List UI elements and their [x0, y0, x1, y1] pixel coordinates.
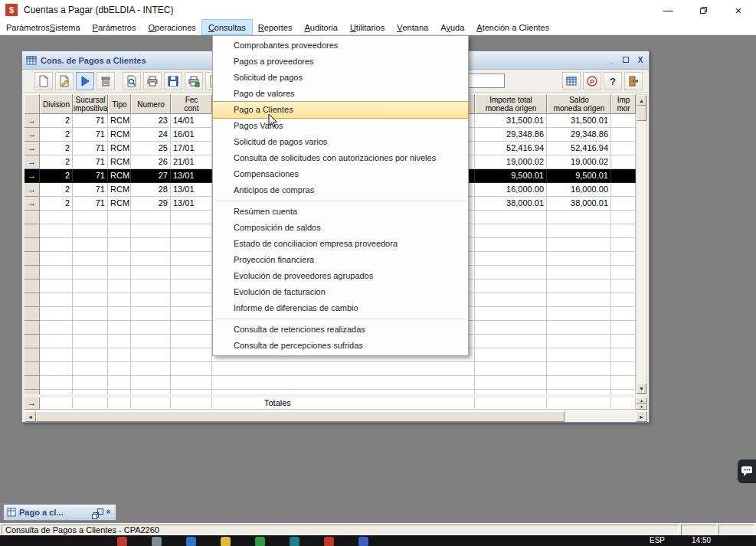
grid-horizontal-scrollbar[interactable]: ◄ ►	[25, 410, 647, 422]
grid-cell[interactable]: 2	[40, 169, 73, 183]
grid-cell[interactable]: RCM	[108, 183, 131, 197]
menu-item-consulta-de-retenciones-realizadas[interactable]: Consulta de retenciones realizadas	[213, 322, 468, 338]
grid-cell[interactable]: 28	[131, 183, 171, 197]
grid-cell[interactable]: 71	[73, 155, 108, 169]
delete-button[interactable]	[97, 72, 115, 90]
close-button[interactable]: ×	[721, 0, 756, 20]
taskbar-app-icon[interactable]	[186, 537, 196, 546]
menu-item-evolucion-de-facturacion[interactable]: Evolución de facturacion	[213, 284, 468, 300]
menu-item-consulta-de-percepciones-sufridas[interactable]: Consulta de percepciones sufridas	[213, 338, 468, 354]
grid-cell[interactable]: 2	[40, 128, 73, 142]
taskbar-app-icon[interactable]	[117, 537, 127, 546]
grid-cell[interactable]: 71	[73, 183, 108, 197]
grid-cell[interactable]: 16,000.00	[475, 183, 547, 197]
grid-header-cell[interactable]: Tipo	[108, 94, 131, 114]
taskbar-app-icon[interactable]	[324, 537, 334, 546]
grid-cell[interactable]: RCM	[108, 155, 131, 169]
grid-header-cell[interactable]: Importe total moneda origen	[475, 94, 547, 114]
menu-item-evolucion-de-proveedores-agrupados[interactable]: Evolución de proveedores agrupados	[213, 268, 468, 284]
menu-item-proyeccion-financiera[interactable]: Proyección financiera	[213, 252, 468, 268]
menu-consultas[interactable]: Consultas	[202, 20, 252, 34]
grid-cell[interactable]: 27	[131, 169, 171, 183]
grid-cell[interactable]: RCM	[108, 197, 131, 211]
grid-cell[interactable]: 16/01	[171, 128, 212, 142]
vertical-scroll-thumb[interactable]	[637, 106, 646, 121]
menu-item-informe-de-diferencias-de-cambio[interactable]: Informe de diferencias de cambio	[213, 300, 468, 316]
grid-cell[interactable]: 52,416.94	[475, 142, 547, 155]
grid-cell[interactable]: 26	[131, 155, 171, 169]
menu-parametros[interactable]: Parámetros	[87, 20, 142, 34]
taskbar-app-icon[interactable]	[358, 537, 368, 546]
preview-button[interactable]	[123, 72, 141, 90]
grid-header-cell[interactable]: Division	[40, 94, 73, 114]
child-maximize-button[interactable]	[621, 56, 630, 65]
menu-ventana[interactable]: Ventana	[391, 20, 434, 34]
grid-cell[interactable]: 14/01	[171, 114, 212, 128]
exit-button[interactable]	[624, 72, 643, 90]
minimized-child-window[interactable]: Pago a cl... ×	[3, 504, 116, 521]
grid-header-cell[interactable]	[25, 94, 40, 114]
grid-cell[interactable]: 21/01	[171, 155, 212, 169]
grid-cell[interactable]	[611, 155, 636, 169]
menu-item-solicitud-de-pagos[interactable]: Solicitud de pagos	[213, 70, 468, 86]
menu-atencion-a-clientes[interactable]: Atención a Clientes	[470, 20, 555, 34]
grid-cell[interactable]: 52,416.94	[547, 142, 611, 155]
chat-overlay-button[interactable]	[738, 459, 756, 483]
edit-button[interactable]	[55, 72, 74, 90]
grid-cell[interactable]: RCM	[108, 142, 131, 155]
grid-cell[interactable]: RCM	[108, 169, 131, 183]
grid-cell[interactable]: 13/01	[171, 183, 212, 197]
spin-up-icon[interactable]: ▲	[636, 397, 647, 404]
grid-cell[interactable]: 25	[131, 142, 171, 155]
menu-item-composicion-de-saldos[interactable]: Composición de saldos	[213, 220, 468, 236]
grid-cell[interactable]: 16,000.00	[547, 183, 611, 197]
taskbar-app-icon[interactable]	[290, 537, 299, 546]
grid-cell[interactable]: RCM	[108, 128, 131, 142]
horizontal-scroll-track[interactable]	[565, 411, 636, 422]
taskbar-app-icon[interactable]	[221, 537, 231, 546]
vertical-scroll-track[interactable]	[637, 121, 646, 383]
grid-cell[interactable]: 24	[131, 128, 171, 142]
horizontal-scroll-thumb[interactable]	[36, 411, 565, 422]
grid-cell[interactable]: 23	[131, 114, 171, 128]
help-button[interactable]: ?	[604, 72, 622, 90]
grid-cell[interactable]: 19,000.02	[547, 155, 611, 169]
grid-cell[interactable]: 38,000.01	[475, 197, 547, 211]
grid-cell[interactable]: 71	[73, 114, 108, 128]
menu-item-pagos-varios[interactable]: Pagos Varios	[213, 118, 468, 134]
grid-cell[interactable]: 9,500.01	[547, 169, 611, 183]
menu-operaciones[interactable]: Operaciones	[142, 20, 201, 34]
spin-down-icon[interactable]: ▼	[636, 404, 647, 410]
grid-cell[interactable]: 71	[73, 169, 108, 183]
print-button[interactable]	[143, 72, 162, 90]
grid-cell[interactable]: 2	[40, 197, 73, 211]
grid-cell[interactable]	[611, 142, 636, 155]
grid-cell[interactable]: 38,000.01	[547, 197, 611, 211]
taskbar-app-icon[interactable]	[255, 537, 265, 546]
grid-cell[interactable]	[611, 183, 636, 197]
grid-cell[interactable]: 13/01	[171, 197, 212, 211]
totals-spinner[interactable]: ▲ ▼	[636, 397, 647, 410]
grid-cell[interactable]: 71	[73, 128, 108, 142]
grid-cell[interactable]	[611, 197, 636, 211]
menu-auditoria[interactable]: Auditoria	[298, 20, 343, 34]
scroll-up-icon[interactable]: ▲	[637, 95, 646, 106]
grid-header-cell[interactable]: Fec cont	[171, 94, 212, 114]
minimized-close-button[interactable]: ×	[104, 508, 113, 517]
grid-cell[interactable]: 13/01	[171, 169, 212, 183]
grid-cell[interactable]	[611, 114, 636, 128]
grid-cell[interactable]: 2	[40, 114, 73, 128]
menu-item-pagos-a-proveedores[interactable]: Pagos a proveedores	[213, 54, 468, 70]
currency-button[interactable]: P	[583, 72, 601, 90]
grid-cell[interactable]: 29	[131, 197, 171, 211]
grid-cell[interactable]	[611, 128, 636, 142]
grid-cell[interactable]: 19,000.02	[475, 155, 547, 169]
scroll-left-icon[interactable]: ◄	[25, 411, 36, 422]
grid-cell[interactable]: RCM	[108, 114, 131, 128]
grid-header-cell[interactable]: Saldo moneda origen	[547, 94, 611, 114]
grid-vertical-scrollbar[interactable]: ▲ ▼	[636, 94, 647, 394]
grid-cell[interactable]: 2	[40, 142, 73, 155]
child-close-button[interactable]: X	[636, 56, 645, 65]
menu-item-resumen-cuenta[interactable]: Resúmen cuenta	[213, 204, 468, 220]
menu-item-pago-de-valores[interactable]: Pago de valores	[213, 86, 468, 102]
